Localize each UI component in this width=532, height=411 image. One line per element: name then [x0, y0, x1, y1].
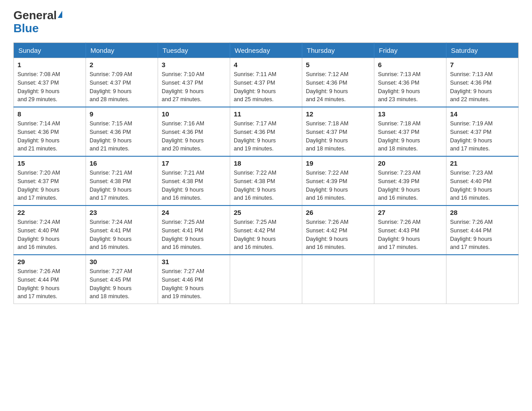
- calendar-header-saturday: Saturday: [446, 43, 519, 58]
- day-info: Sunrise: 7:27 AMSunset: 4:45 PMDaylight:…: [90, 267, 154, 301]
- calendar-day-cell: 4 Sunrise: 7:11 AMSunset: 4:37 PMDayligh…: [230, 58, 302, 107]
- day-number: 18: [234, 159, 298, 167]
- day-number: 23: [90, 209, 154, 216]
- calendar-day-cell: 22 Sunrise: 7:24 AMSunset: 4:40 PMDaylig…: [14, 206, 86, 255]
- day-number: 2: [90, 61, 154, 68]
- calendar-day-cell: [446, 255, 519, 304]
- day-info: Sunrise: 7:25 AMSunset: 4:42 PMDaylight:…: [234, 218, 298, 252]
- day-number: 13: [378, 110, 442, 118]
- calendar-header-row: SundayMondayTuesdayWednesdayThursdayFrid…: [14, 43, 519, 58]
- calendar-header-sunday: Sunday: [14, 43, 86, 58]
- day-number: 9: [90, 110, 154, 118]
- calendar-day-cell: 3 Sunrise: 7:10 AMSunset: 4:37 PMDayligh…: [158, 58, 230, 107]
- day-info: Sunrise: 7:21 AMSunset: 4:38 PMDaylight:…: [162, 169, 226, 202]
- day-number: 27: [378, 209, 442, 216]
- calendar-day-cell: 23 Sunrise: 7:24 AMSunset: 4:41 PMDaylig…: [86, 206, 158, 255]
- day-number: 6: [378, 61, 442, 68]
- day-number: 10: [162, 110, 226, 118]
- calendar-day-cell: 6 Sunrise: 7:13 AMSunset: 4:36 PMDayligh…: [374, 58, 446, 107]
- day-number: 20: [378, 159, 442, 167]
- day-info: Sunrise: 7:23 AMSunset: 4:39 PMDaylight:…: [378, 169, 442, 202]
- day-number: 31: [162, 258, 226, 265]
- calendar-day-cell: 8 Sunrise: 7:14 AMSunset: 4:36 PMDayligh…: [14, 107, 86, 156]
- day-number: 4: [234, 61, 298, 68]
- calendar-day-cell: [374, 255, 446, 304]
- day-info: Sunrise: 7:21 AMSunset: 4:38 PMDaylight:…: [90, 169, 154, 202]
- day-number: 16: [90, 159, 154, 167]
- day-number: 11: [234, 110, 298, 118]
- calendar-week-row: 8 Sunrise: 7:14 AMSunset: 4:36 PMDayligh…: [14, 107, 519, 156]
- calendar-day-cell: 12 Sunrise: 7:18 AMSunset: 4:37 PMDaylig…: [302, 107, 374, 156]
- day-info: Sunrise: 7:24 AMSunset: 4:41 PMDaylight:…: [90, 218, 154, 252]
- calendar-day-cell: 30 Sunrise: 7:27 AMSunset: 4:45 PMDaylig…: [86, 255, 158, 304]
- calendar-day-cell: 1 Sunrise: 7:08 AMSunset: 4:37 PMDayligh…: [14, 58, 86, 107]
- calendar-day-cell: 16 Sunrise: 7:21 AMSunset: 4:38 PMDaylig…: [86, 156, 158, 206]
- day-info: Sunrise: 7:24 AMSunset: 4:40 PMDaylight:…: [17, 218, 82, 252]
- calendar-header-wednesday: Wednesday: [230, 43, 302, 58]
- day-number: 3: [162, 61, 226, 68]
- calendar-day-cell: 14 Sunrise: 7:19 AMSunset: 4:37 PMDaylig…: [446, 107, 519, 156]
- day-number: 25: [234, 209, 298, 216]
- day-number: 24: [162, 209, 226, 216]
- calendar-header-friday: Friday: [374, 43, 446, 58]
- calendar-day-cell: 24 Sunrise: 7:25 AMSunset: 4:41 PMDaylig…: [158, 206, 230, 255]
- day-info: Sunrise: 7:25 AMSunset: 4:41 PMDaylight:…: [162, 218, 226, 252]
- calendar-day-cell: 10 Sunrise: 7:16 AMSunset: 4:36 PMDaylig…: [158, 107, 230, 156]
- day-number: 12: [306, 110, 370, 118]
- calendar-day-cell: [302, 255, 374, 304]
- day-number: 5: [306, 61, 370, 68]
- calendar-table: SundayMondayTuesdayWednesdayThursdayFrid…: [13, 43, 519, 304]
- day-info: Sunrise: 7:26 AMSunset: 4:44 PMDaylight:…: [17, 267, 82, 301]
- calendar-day-cell: 2 Sunrise: 7:09 AMSunset: 4:37 PMDayligh…: [86, 58, 158, 107]
- day-info: Sunrise: 7:09 AMSunset: 4:37 PMDaylight:…: [90, 70, 154, 104]
- day-info: Sunrise: 7:12 AMSunset: 4:36 PMDaylight:…: [306, 70, 370, 104]
- calendar-day-cell: [230, 255, 302, 304]
- day-info: Sunrise: 7:15 AMSunset: 4:36 PMDaylight:…: [90, 120, 154, 153]
- calendar-header-monday: Monday: [86, 43, 158, 58]
- day-info: Sunrise: 7:13 AMSunset: 4:36 PMDaylight:…: [450, 70, 515, 104]
- logo-general: General: [13, 9, 57, 22]
- calendar-day-cell: 19 Sunrise: 7:22 AMSunset: 4:39 PMDaylig…: [302, 156, 374, 206]
- day-info: Sunrise: 7:23 AMSunset: 4:40 PMDaylight:…: [450, 169, 515, 202]
- day-info: Sunrise: 7:26 AMSunset: 4:43 PMDaylight:…: [378, 218, 442, 252]
- calendar-day-cell: 27 Sunrise: 7:26 AMSunset: 4:43 PMDaylig…: [374, 206, 446, 255]
- day-number: 29: [17, 258, 82, 265]
- calendar-day-cell: 13 Sunrise: 7:18 AMSunset: 4:37 PMDaylig…: [374, 107, 446, 156]
- day-info: Sunrise: 7:18 AMSunset: 4:37 PMDaylight:…: [306, 120, 370, 153]
- calendar-week-row: 22 Sunrise: 7:24 AMSunset: 4:40 PMDaylig…: [14, 206, 519, 255]
- calendar-day-cell: 5 Sunrise: 7:12 AMSunset: 4:36 PMDayligh…: [302, 58, 374, 107]
- calendar-day-cell: 31 Sunrise: 7:27 AMSunset: 4:46 PMDaylig…: [158, 255, 230, 304]
- day-info: Sunrise: 7:19 AMSunset: 4:37 PMDaylight:…: [450, 120, 515, 153]
- day-number: 17: [162, 159, 226, 167]
- calendar-day-cell: 9 Sunrise: 7:15 AMSunset: 4:36 PMDayligh…: [86, 107, 158, 156]
- day-number: 28: [450, 209, 515, 216]
- calendar-day-cell: 21 Sunrise: 7:23 AMSunset: 4:40 PMDaylig…: [446, 156, 519, 206]
- calendar-day-cell: 28 Sunrise: 7:26 AMSunset: 4:44 PMDaylig…: [446, 206, 519, 255]
- day-info: Sunrise: 7:11 AMSunset: 4:37 PMDaylight:…: [234, 70, 298, 104]
- calendar-day-cell: 25 Sunrise: 7:25 AMSunset: 4:42 PMDaylig…: [230, 206, 302, 255]
- logo-triangle-icon: [58, 11, 62, 18]
- day-info: Sunrise: 7:16 AMSunset: 4:36 PMDaylight:…: [162, 120, 226, 153]
- calendar-header-tuesday: Tuesday: [158, 43, 230, 58]
- day-number: 21: [450, 159, 515, 167]
- calendar-day-cell: 15 Sunrise: 7:20 AMSunset: 4:37 PMDaylig…: [14, 156, 86, 206]
- day-number: 1: [17, 61, 82, 68]
- day-number: 30: [90, 258, 154, 265]
- day-number: 14: [450, 110, 515, 118]
- calendar-day-cell: 29 Sunrise: 7:26 AMSunset: 4:44 PMDaylig…: [14, 255, 86, 304]
- logo-text: General Blue: [13, 9, 62, 34]
- day-info: Sunrise: 7:27 AMSunset: 4:46 PMDaylight:…: [162, 267, 226, 301]
- day-number: 26: [306, 209, 370, 216]
- page-header: General Blue: [13, 9, 519, 34]
- calendar-day-cell: 11 Sunrise: 7:17 AMSunset: 4:36 PMDaylig…: [230, 107, 302, 156]
- day-info: Sunrise: 7:22 AMSunset: 4:38 PMDaylight:…: [234, 169, 298, 202]
- logo: General Blue: [13, 9, 62, 34]
- day-info: Sunrise: 7:20 AMSunset: 4:37 PMDaylight:…: [17, 169, 82, 202]
- day-number: 8: [17, 110, 82, 118]
- calendar-week-row: 15 Sunrise: 7:20 AMSunset: 4:37 PMDaylig…: [14, 156, 519, 206]
- day-info: Sunrise: 7:14 AMSunset: 4:36 PMDaylight:…: [17, 120, 82, 153]
- calendar-day-cell: 18 Sunrise: 7:22 AMSunset: 4:38 PMDaylig…: [230, 156, 302, 206]
- day-number: 19: [306, 159, 370, 167]
- day-info: Sunrise: 7:18 AMSunset: 4:37 PMDaylight:…: [378, 120, 442, 153]
- day-info: Sunrise: 7:17 AMSunset: 4:36 PMDaylight:…: [234, 120, 298, 153]
